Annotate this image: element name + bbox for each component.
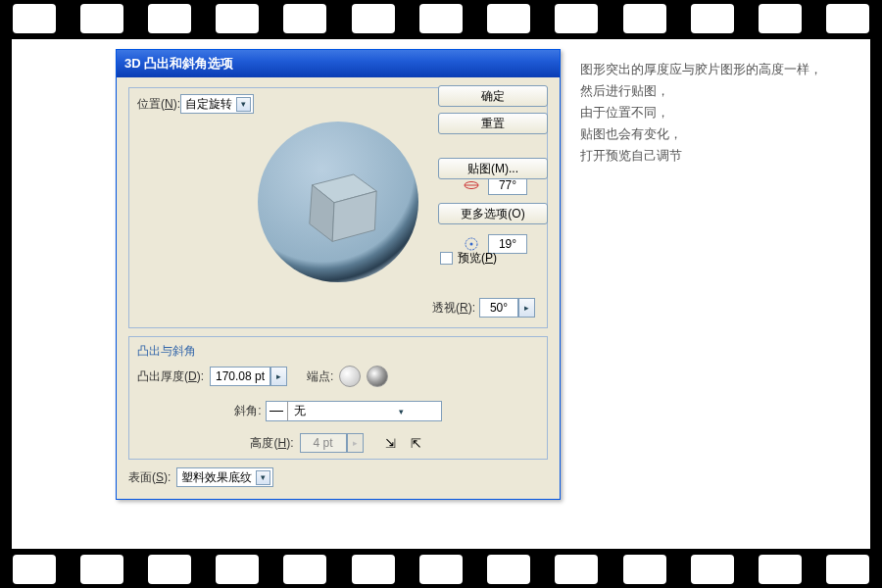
extrude-depth-input[interactable] xyxy=(210,367,270,386)
surface-select[interactable]: 塑料效果底纹 ▾ xyxy=(176,467,273,487)
cap-on-button[interactable] xyxy=(339,366,361,387)
caps-label: 端点: xyxy=(307,368,333,385)
reset-button[interactable]: 重置 xyxy=(438,113,548,134)
bevel-height-stepper: ▸ xyxy=(347,433,364,453)
more-options-button[interactable]: 更多选项(O) xyxy=(438,203,548,224)
bevel-extent-out-icon[interactable]: ⇱ xyxy=(407,433,426,453)
chevron-down-icon: ▾ xyxy=(236,97,251,112)
extrude-bevel-title: 凸出与斜角 xyxy=(137,343,539,360)
3d-options-dialog: 3D 凸出和斜角选项 位置(N): 自定旋转 ▾ xyxy=(116,49,561,500)
surface-label: 表面(S): xyxy=(128,469,171,486)
chevron-down-icon: ▾ xyxy=(256,470,270,485)
bevel-value: 无 xyxy=(288,403,364,419)
position-select[interactable]: 自定旋转 ▾ xyxy=(180,94,254,114)
position-label: 位置(N): xyxy=(137,96,180,113)
film-sprockets-top xyxy=(0,0,882,37)
perspective-stepper[interactable]: ▸ xyxy=(518,298,535,318)
bevel-height-label: 高度(H): xyxy=(250,435,293,452)
perspective-input[interactable] xyxy=(479,298,518,318)
preview-label: 预览(P) xyxy=(458,250,497,267)
dialog-button-column: 确定 重置 贴图(M)... 更多选项(O) 预览(P) xyxy=(438,85,548,269)
cap-off-button[interactable] xyxy=(367,366,388,387)
surface-value: 塑料效果底纹 xyxy=(181,469,252,486)
bevel-extent-in-icon[interactable]: ⇲ xyxy=(381,433,401,453)
3d-preview-trackball[interactable] xyxy=(258,122,418,282)
instruction-text: 图形突出的厚度应与胶片图形的高度一样， 然后进行贴图， 由于位置不同， 贴图也会… xyxy=(580,59,864,167)
bevel-label: 斜角: xyxy=(234,403,261,419)
bevel-select[interactable]: 无 ▾ xyxy=(266,401,442,421)
film-strip: 3D 凸出和斜角选项 位置(N): 自定旋转 ▾ xyxy=(0,0,882,588)
bevel-preview-icon xyxy=(267,402,288,420)
extrude-bevel-group: 凸出与斜角 凸出厚度(D): ▸ 端点: 斜角: xyxy=(128,336,548,460)
extrude-depth-stepper[interactable]: ▸ xyxy=(270,367,287,386)
extrude-depth-label: 凸出厚度(D): xyxy=(137,368,204,385)
preview-checkbox[interactable]: 预览(P) xyxy=(438,248,548,269)
position-select-value: 自定旋转 xyxy=(185,96,232,113)
chevron-down-icon: ▾ xyxy=(364,405,439,418)
ok-button[interactable]: 确定 xyxy=(438,85,548,107)
map-art-button[interactable]: 贴图(M)... xyxy=(438,158,548,179)
checkbox-icon xyxy=(440,252,453,265)
dialog-titlebar[interactable]: 3D 凸出和斜角选项 xyxy=(117,50,560,77)
film-frame: 3D 凸出和斜角选项 位置(N): 自定旋转 ▾ xyxy=(12,39,870,549)
perspective-label: 透视(R): xyxy=(432,300,475,317)
bevel-height-input xyxy=(300,433,347,453)
film-sprockets-bottom xyxy=(0,551,882,588)
cube-preview-icon xyxy=(299,157,387,245)
